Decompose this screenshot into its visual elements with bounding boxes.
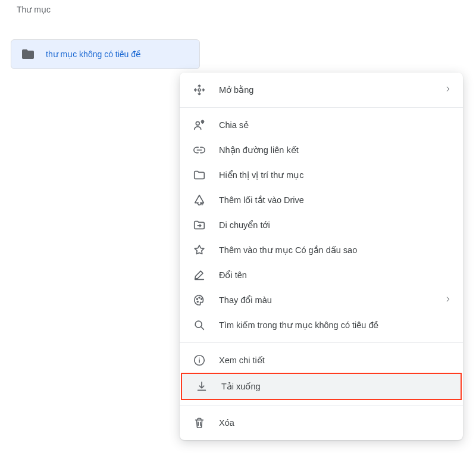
download-icon	[195, 380, 208, 393]
menu-label: Thêm lối tắt vào Drive	[219, 195, 304, 205]
menu-label: Thêm vào thư mục Có gắn dấu sao	[219, 245, 357, 255]
menu-show-location[interactable]: Hiển thị vị trí thư mục	[180, 163, 463, 188]
menu-open-with[interactable]: Mở bằng	[180, 77, 463, 102]
folder-chip[interactable]: thư mục không có tiêu đề	[11, 39, 200, 69]
trash-icon	[193, 416, 206, 429]
folder-outline-icon	[193, 169, 206, 182]
menu-delete[interactable]: Xóa	[180, 410, 463, 435]
menu-label: Tải xuống	[221, 382, 261, 391]
menu-label: Tìm kiếm trong thư mục không có tiêu đề	[219, 320, 378, 330]
menu-label: Nhận đường liên kết	[219, 145, 299, 155]
open-with-icon	[193, 83, 206, 96]
menu-label: Di chuyển tới	[219, 220, 270, 230]
svg-point-1	[196, 121, 199, 125]
menu-label: Xem chi tiết	[219, 355, 265, 365]
menu-details[interactable]: Xem chi tiết	[180, 348, 463, 373]
folder-name-label: thư mục không có tiêu đề	[46, 49, 141, 59]
svg-point-3	[196, 298, 198, 300]
rename-icon	[193, 269, 206, 282]
menu-rename[interactable]: Đổi tên	[180, 263, 463, 288]
menu-label: Chia sẻ	[219, 120, 249, 130]
link-icon	[193, 144, 206, 157]
menu-label: Mở bằng	[219, 85, 253, 95]
chevron-right-icon	[444, 85, 452, 95]
move-to-icon	[193, 219, 206, 232]
highlighted-menu-wrap: Tải xuống	[181, 373, 462, 400]
menu-label: Xóa	[219, 418, 234, 428]
palette-icon	[193, 294, 206, 307]
context-menu: Mở bằng Chia sẻ Nhận đường liên kết Hiển…	[180, 73, 463, 440]
svg-point-4	[199, 297, 200, 298]
menu-separator	[180, 107, 463, 108]
menu-add-shortcut[interactable]: Thêm lối tắt vào Drive	[180, 188, 463, 213]
info-icon	[193, 354, 206, 367]
menu-share[interactable]: Chia sẻ	[180, 113, 463, 138]
share-icon	[193, 118, 206, 132]
folder-icon	[21, 47, 35, 61]
svg-point-6	[197, 301, 198, 302]
menu-download[interactable]: Tải xuống	[182, 374, 461, 399]
svg-point-0	[198, 89, 201, 91]
menu-get-link[interactable]: Nhận đường liên kết	[180, 138, 463, 163]
star-icon	[193, 244, 206, 257]
menu-change-color[interactable]: Thay đổi màu	[180, 288, 463, 313]
menu-label: Hiển thị vị trí thư mục	[219, 170, 304, 180]
menu-search-within[interactable]: Tìm kiếm trong thư mục không có tiêu đề	[180, 313, 463, 338]
menu-add-star[interactable]: Thêm vào thư mục Có gắn dấu sao	[180, 238, 463, 263]
menu-separator	[180, 342, 463, 343]
drive-shortcut-icon	[193, 194, 206, 207]
chevron-right-icon	[444, 295, 452, 305]
menu-label: Thay đổi màu	[219, 295, 272, 305]
menu-label: Đổi tên	[219, 270, 247, 280]
search-icon	[193, 319, 206, 332]
menu-separator	[180, 405, 463, 406]
menu-move-to[interactable]: Di chuyển tới	[180, 213, 463, 238]
svg-point-5	[201, 298, 202, 300]
section-title: Thư mục	[17, 5, 51, 14]
